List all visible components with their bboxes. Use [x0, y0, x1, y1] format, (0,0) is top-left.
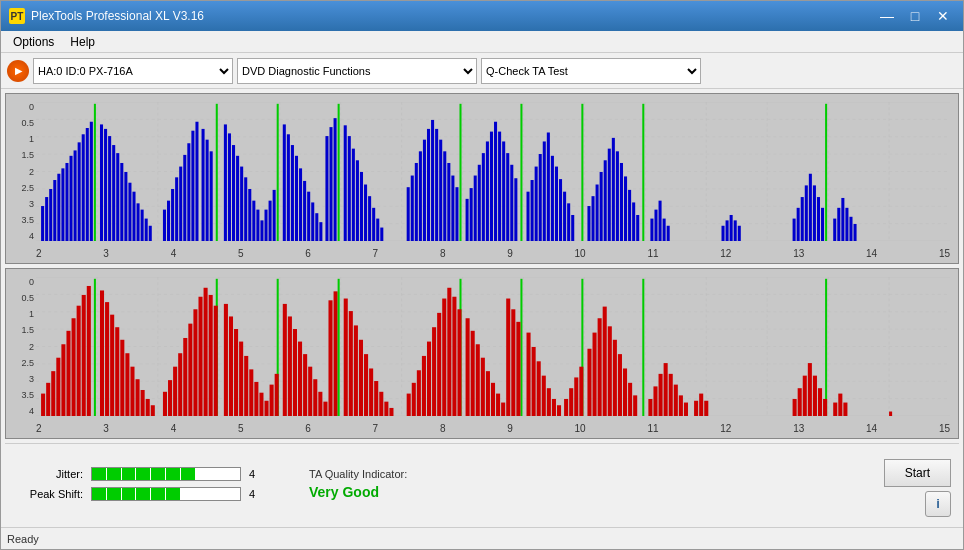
svg-rect-180	[854, 224, 857, 241]
svg-rect-216	[105, 302, 109, 416]
svg-rect-288	[486, 371, 490, 416]
svg-rect-140	[571, 215, 574, 241]
function-selector[interactable]: DVD Diagnostic Functions	[237, 58, 477, 84]
svg-rect-72	[260, 220, 263, 241]
svg-rect-23	[41, 206, 44, 241]
svg-rect-50	[163, 210, 166, 241]
svg-rect-97	[368, 196, 371, 241]
title-bar-left: PT PlexTools Professional XL V3.16	[9, 8, 204, 24]
ps-seg-2	[107, 488, 121, 500]
svg-rect-218	[115, 327, 119, 416]
svg-rect-241	[239, 342, 243, 416]
svg-rect-324	[674, 385, 678, 416]
svg-rect-123	[520, 104, 522, 241]
svg-rect-264	[354, 325, 358, 416]
top-chart-y-axis: 4 3.5 3 2.5 2 1.5 1 0.5 0	[8, 102, 34, 241]
svg-rect-142	[587, 206, 590, 241]
ps-seg-9	[210, 488, 224, 500]
svg-rect-334	[825, 279, 827, 416]
svg-rect-323	[669, 374, 673, 416]
svg-rect-117	[474, 176, 477, 241]
svg-rect-31	[74, 150, 77, 241]
svg-rect-236	[209, 295, 213, 416]
test-selector[interactable]: Q-Check TA Test	[481, 58, 701, 84]
svg-rect-28	[61, 168, 64, 241]
bottom-panel: Jitter: 4	[5, 443, 959, 523]
svg-rect-91	[344, 125, 347, 241]
svg-rect-172	[813, 185, 816, 241]
peak-shift-label: Peak Shift:	[13, 488, 83, 500]
ps-seg-7	[181, 488, 195, 500]
svg-rect-24	[45, 197, 48, 241]
svg-rect-135	[551, 156, 554, 241]
svg-rect-66	[236, 156, 239, 241]
status-bar: Ready	[1, 527, 963, 549]
svg-rect-101	[407, 187, 410, 241]
svg-rect-88	[329, 127, 332, 241]
svg-rect-76	[277, 104, 279, 241]
svg-rect-25	[49, 189, 52, 241]
svg-rect-133	[543, 141, 546, 241]
top-chart-svg	[36, 102, 950, 241]
peak-shift-row: Peak Shift: 4	[13, 487, 269, 501]
svg-rect-86	[319, 222, 322, 241]
ps-seg-3	[122, 488, 136, 500]
svg-rect-165	[738, 226, 741, 241]
svg-rect-29	[65, 163, 68, 241]
info-button[interactable]: i	[925, 491, 951, 517]
svg-rect-289	[491, 383, 495, 416]
svg-rect-301	[552, 399, 556, 416]
svg-rect-111	[443, 151, 446, 241]
svg-rect-92	[348, 136, 351, 241]
svg-rect-146	[604, 160, 607, 241]
svg-rect-131	[535, 167, 538, 241]
svg-rect-243	[249, 369, 253, 416]
menu-help[interactable]: Help	[62, 33, 103, 51]
svg-rect-157	[654, 210, 657, 241]
svg-rect-312	[608, 326, 612, 416]
ps-seg-6	[166, 488, 180, 500]
svg-rect-105	[423, 140, 426, 241]
svg-rect-166	[793, 219, 796, 241]
svg-rect-129	[527, 192, 530, 241]
svg-rect-176	[837, 208, 840, 241]
svg-rect-267	[369, 368, 373, 416]
jitter-row: Jitter: 4	[13, 467, 269, 481]
svg-rect-279	[442, 299, 446, 416]
jitter-seg-6	[166, 468, 180, 480]
svg-rect-316	[628, 383, 632, 416]
svg-rect-209	[66, 331, 70, 416]
svg-rect-44	[128, 183, 131, 241]
svg-rect-317	[633, 395, 637, 416]
start-button[interactable]: Start	[884, 459, 951, 487]
svg-rect-151	[624, 176, 627, 241]
svg-rect-263	[349, 311, 353, 416]
svg-rect-46	[137, 203, 140, 241]
svg-rect-257	[318, 392, 322, 416]
svg-rect-115	[466, 199, 469, 241]
svg-rect-245	[259, 393, 263, 416]
menu-options[interactable]: Options	[5, 33, 62, 51]
ps-seg-1	[92, 488, 106, 500]
quality-indicator-label: TA Quality Indicator:	[309, 468, 407, 480]
svg-rect-322	[664, 363, 668, 416]
svg-rect-78	[287, 134, 290, 241]
svg-rect-51	[167, 201, 170, 241]
svg-rect-128	[514, 178, 517, 241]
jitter-progress	[91, 467, 241, 481]
jitter-seg-2	[107, 468, 121, 480]
maximize-button[interactable]: □	[903, 6, 927, 26]
menu-bar: Options Help	[1, 31, 963, 53]
close-button[interactable]: ✕	[931, 6, 955, 26]
svg-rect-81	[299, 168, 302, 241]
svg-rect-215	[100, 290, 104, 416]
svg-rect-119	[482, 153, 485, 241]
svg-rect-244	[254, 382, 258, 416]
svg-rect-177	[841, 198, 844, 241]
minimize-button[interactable]: —	[875, 6, 899, 26]
svg-rect-294	[520, 279, 522, 416]
svg-rect-124	[498, 132, 501, 241]
svg-rect-156	[650, 219, 653, 241]
svg-rect-169	[805, 185, 808, 241]
drive-selector[interactable]: HA:0 ID:0 PX-716A	[33, 58, 233, 84]
